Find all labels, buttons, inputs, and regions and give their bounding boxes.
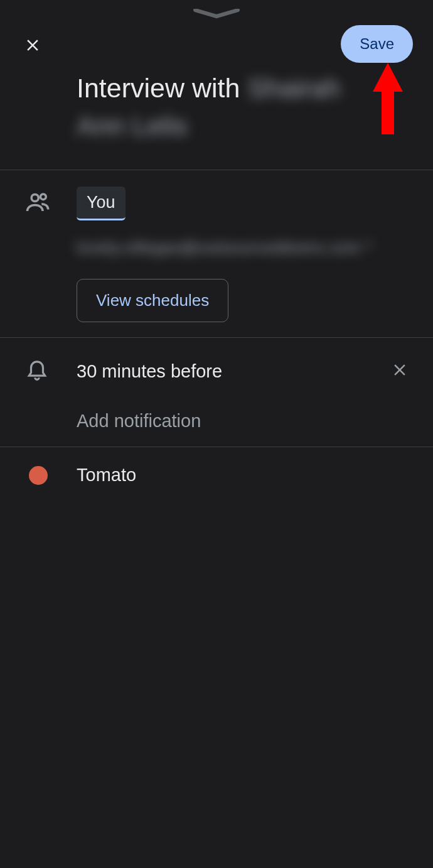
notification-item[interactable]: 30 minutes before bbox=[77, 357, 413, 386]
drag-handle-icon[interactable] bbox=[191, 9, 242, 21]
color-section[interactable]: Tomato bbox=[0, 447, 433, 503]
attendee-email-blurred: lovely.villegas@outsourceddoers.com * bbox=[77, 238, 413, 258]
event-title[interactable]: Interview with Shairah Ann Lelis bbox=[0, 63, 433, 170]
save-button[interactable]: Save bbox=[341, 25, 413, 63]
attendee-you-chip[interactable]: You bbox=[77, 187, 126, 220]
svg-point-0 bbox=[31, 195, 38, 202]
people-section: You lovely.villegas@outsourceddoers.com … bbox=[0, 170, 433, 337]
view-schedules-button[interactable]: View schedules bbox=[77, 279, 228, 322]
close-button[interactable] bbox=[20, 33, 45, 58]
close-icon bbox=[23, 36, 42, 55]
color-label: Tomato bbox=[48, 465, 136, 486]
add-notification-button[interactable]: Add notification bbox=[77, 411, 413, 431]
color-swatch-icon bbox=[29, 466, 48, 485]
event-title-blurred-2: Ann Lelis bbox=[77, 111, 188, 141]
svg-point-1 bbox=[41, 194, 46, 200]
notification-section: 30 minutes before Add notification bbox=[0, 337, 433, 447]
remove-notification-button[interactable] bbox=[387, 357, 413, 386]
event-title-prefix: Interview with bbox=[77, 73, 247, 103]
people-icon bbox=[25, 185, 63, 215]
notification-text: 30 minutes before bbox=[77, 361, 387, 382]
bell-icon bbox=[25, 353, 63, 381]
close-icon bbox=[390, 361, 409, 379]
event-title-blurred-1: Shairah bbox=[247, 73, 340, 103]
